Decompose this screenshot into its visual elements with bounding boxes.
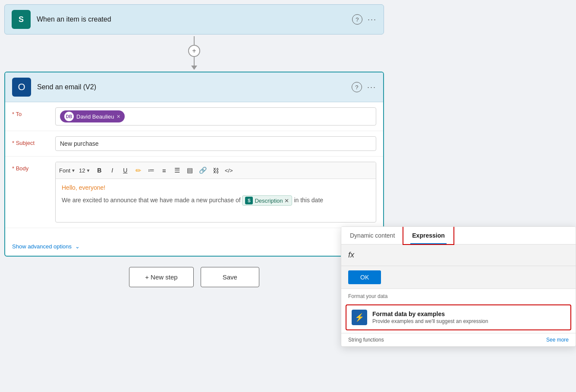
- expression-input-field[interactable]: [359, 252, 569, 259]
- bold-button[interactable]: B: [94, 165, 105, 176]
- body-suffix: in this date: [294, 197, 323, 204]
- font-dropdown-icon: ▼: [71, 168, 76, 173]
- trigger-icon: S: [12, 10, 31, 29]
- format-item-text: Format data by examples Provide examples…: [372, 310, 488, 324]
- dynamic-content-panel: Dynamic content Expression fx OK Format …: [341, 226, 576, 347]
- to-field-container: DB David Beaulieu ×: [55, 107, 376, 125]
- subject-field-container: New purchase: [55, 136, 376, 151]
- format-section-label: Format your data: [341, 289, 576, 302]
- bottom-buttons: + New step Save: [129, 267, 259, 287]
- tab-expression[interactable]: Expression: [403, 227, 453, 244]
- format-item-container: ⚡ Format data by examples Provide exampl…: [341, 304, 576, 330]
- save-button[interactable]: Save: [201, 267, 259, 287]
- remove-token-button[interactable]: ✕: [284, 198, 289, 204]
- remove-recipient-button[interactable]: ×: [116, 113, 120, 120]
- email-card-header: O Send an email (V2) ? ···: [5, 72, 383, 102]
- chevron-down-icon: ⌄: [75, 243, 80, 250]
- body-text-line2: We are excited to announce that we have …: [62, 195, 370, 206]
- fx-label: fx: [348, 251, 354, 260]
- trigger-title: When an item is created: [37, 16, 352, 23]
- subject-field[interactable]: New purchase: [55, 136, 376, 151]
- body-toolbar: Font ▼ 12 ▼ B I U ✏ ≔ ≡: [56, 162, 376, 179]
- connector-arrow: [191, 66, 197, 70]
- token-label: Description: [255, 198, 283, 204]
- align-left-button[interactable]: ☰: [171, 165, 183, 176]
- trigger-actions: ? ···: [352, 14, 377, 25]
- unordered-list-button[interactable]: ≔: [145, 165, 157, 176]
- body-content[interactable]: Hello, everyone! We are excited to annou…: [56, 179, 376, 222]
- format-item-desc: Provide examples and we'll suggest an ex…: [372, 318, 488, 324]
- body-field[interactable]: Font ▼ 12 ▼ B I U ✏ ≔ ≡: [55, 162, 376, 223]
- ok-area: OK: [341, 266, 576, 289]
- email-help-button[interactable]: ?: [352, 82, 362, 92]
- ok-button[interactable]: OK: [348, 270, 381, 284]
- size-dropdown-icon: ▼: [86, 168, 90, 173]
- recipient-badge: DB David Beaulieu ×: [60, 110, 125, 122]
- to-field[interactable]: DB David Beaulieu ×: [55, 107, 376, 125]
- add-dynamic-row: Add dynamic: [5, 228, 383, 237]
- email-card-body: * To DB David Beaulieu × * Sub: [5, 102, 383, 256]
- format-item-icon: ⚡: [352, 310, 367, 325]
- body-text-line1: Hello, everyone!: [62, 184, 370, 191]
- format-item-title: Format data by examples: [372, 310, 488, 317]
- tab-dynamic-content[interactable]: Dynamic content: [341, 227, 403, 244]
- body-row: * Body Font ▼ 12 ▼: [5, 157, 383, 228]
- recipient-name: David Beaulieu: [76, 113, 114, 120]
- expression-input-area: fx: [341, 245, 576, 266]
- ordered-list-button[interactable]: ≡: [158, 165, 170, 176]
- format-data-by-examples-item[interactable]: ⚡ Format data by examples Provide exampl…: [346, 304, 571, 330]
- string-functions-label: String functions: [348, 337, 384, 343]
- see-more-link[interactable]: See more: [546, 337, 569, 343]
- connector-line-bottom: [194, 57, 195, 66]
- email-app-icon: O: [12, 78, 31, 97]
- email-card: O Send an email (V2) ? ··· * To: [4, 72, 384, 257]
- trigger-more-button[interactable]: ···: [368, 15, 377, 24]
- italic-button[interactable]: I: [107, 165, 118, 176]
- email-card-title: Send an email (V2): [37, 83, 352, 91]
- link-button[interactable]: 🔗: [197, 165, 208, 176]
- subject-label: * Subject: [12, 136, 55, 146]
- font-size-selector[interactable]: 12 ▼: [79, 167, 90, 174]
- trigger-card: S When an item is created ? ···: [4, 4, 384, 34]
- step-connector: +: [188, 36, 200, 70]
- token-icon: S: [245, 197, 253, 204]
- add-step-button[interactable]: +: [188, 45, 200, 57]
- email-more-button[interactable]: ···: [367, 83, 376, 92]
- font-selector[interactable]: Font ▼: [59, 167, 76, 174]
- body-field-container: Font ▼ 12 ▼ B I U ✏ ≔ ≡: [55, 162, 376, 223]
- panel-tabs: Dynamic content Expression: [341, 227, 576, 245]
- unlink-button[interactable]: ⛓: [210, 165, 221, 176]
- email-card-actions: ? ···: [352, 82, 376, 92]
- description-token[interactable]: S Description ✕: [242, 195, 292, 206]
- align-right-button[interactable]: ▤: [184, 165, 195, 176]
- code-button[interactable]: </>: [223, 165, 234, 176]
- string-functions-row: String functions See more: [341, 333, 576, 346]
- advanced-options-row: Show advanced options ⌄: [5, 237, 383, 256]
- trigger-help-button[interactable]: ?: [352, 14, 362, 25]
- to-row: * To DB David Beaulieu ×: [5, 102, 383, 131]
- connector-line-top: [194, 36, 195, 45]
- show-advanced-options-link[interactable]: Show advanced options: [12, 243, 72, 250]
- new-step-button[interactable]: + New step: [129, 267, 193, 287]
- to-label: * To: [12, 107, 55, 117]
- subject-row: * Subject New purchase: [5, 131, 383, 157]
- highlight-button[interactable]: ✏: [132, 165, 144, 176]
- body-label: * Body: [12, 162, 55, 172]
- avatar: DB: [64, 112, 74, 121]
- underline-button[interactable]: U: [120, 165, 131, 176]
